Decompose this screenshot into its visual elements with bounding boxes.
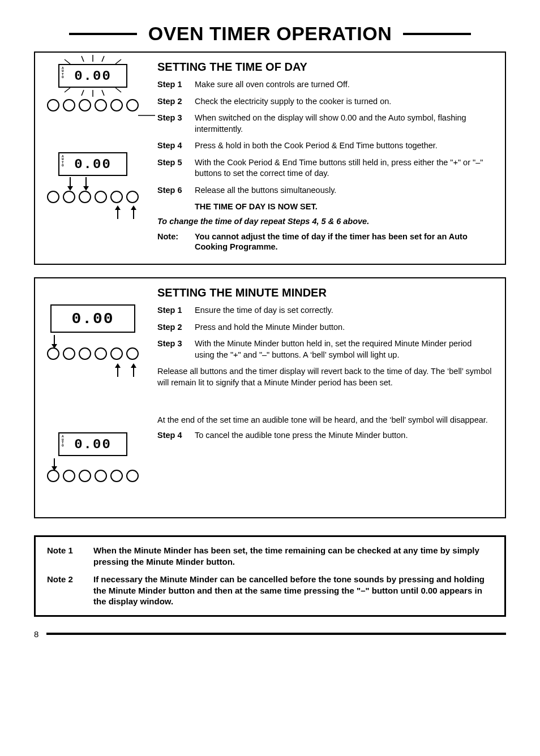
button-row <box>42 191 144 203</box>
timer-button[interactable] <box>63 99 75 111</box>
step-label: Step 2 <box>157 96 195 108</box>
timer-button[interactable] <box>126 99 139 111</box>
timer-button[interactable] <box>79 470 91 482</box>
timer-button[interactable] <box>110 470 123 482</box>
display-value: 0.00 <box>74 157 112 172</box>
step-label: Step 4 <box>157 140 195 152</box>
step-row: Step 1 Make sure all oven controls are t… <box>157 79 492 91</box>
end-time-button[interactable] <box>79 191 91 203</box>
content-column-2: SETTING THE MINUTE MINDER Step 1 Ensure … <box>157 286 492 506</box>
step-row: Step 2 Check the electricity supply to t… <box>157 96 492 108</box>
section-heading: SETTING THE TIME OF DAY <box>157 61 492 74</box>
note-label: Note 1 <box>47 545 84 567</box>
step-text: Check the electricity supply to the cook… <box>195 96 492 108</box>
title-rule-left <box>69 33 137 35</box>
page-footer: 8 <box>34 629 506 639</box>
step-label: Step 5 <box>157 157 195 179</box>
note-row: Note: You cannot adjust the time of day … <box>157 231 492 253</box>
minute-minder-button[interactable] <box>47 347 59 360</box>
note-row: Note 1 When the Minute Minder has been s… <box>47 545 493 567</box>
plus-button[interactable] <box>126 347 139 360</box>
section-minute-minder: 0.00 <box>34 277 506 518</box>
step-row: Step 4 Press & hold in both the Cook Per… <box>157 140 492 152</box>
timer-display: 0.00 <box>50 304 135 333</box>
step-row: Step 3 With the Minute Minder button hel… <box>157 338 492 360</box>
svg-line-0 <box>65 59 70 64</box>
timer-button[interactable] <box>47 99 59 111</box>
timer-display: A U T O 0.00 <box>58 64 127 88</box>
footer-rule <box>46 633 506 635</box>
svg-marker-24 <box>131 363 136 368</box>
step-row: Step 5 With the Cook Period & End Time b… <box>157 157 492 179</box>
step-text: With the Minute Minder button held in, s… <box>195 338 492 360</box>
svg-marker-18 <box>131 205 136 210</box>
minute-minder-button[interactable] <box>47 470 59 482</box>
timer-button[interactable] <box>95 470 107 482</box>
timer-button[interactable] <box>47 191 59 203</box>
diagram-column-1: A U T O 0.00 <box>42 61 149 252</box>
button-row <box>42 99 144 111</box>
step-label: Step 2 <box>157 322 195 333</box>
timer-button[interactable] <box>79 347 91 360</box>
step-row: Step 6 Release all the buttons simultane… <box>157 185 492 196</box>
end-paragraph: At the end of the set time an audible to… <box>157 415 492 426</box>
step-row: Step 1 Ensure the time of day is set cor… <box>157 305 492 316</box>
step-text: Press & hold in both the Cook Period & E… <box>195 140 492 152</box>
step-label: Step 1 <box>157 79 195 91</box>
diagram-minute-minder-set: 0.00 <box>42 304 144 395</box>
svg-line-6 <box>82 90 84 96</box>
step-text: Press and hold the Minute Minder button. <box>195 322 492 333</box>
timer-button[interactable] <box>95 347 107 360</box>
minus-button[interactable] <box>110 191 123 203</box>
step-text: Release all the buttons simultaneously. <box>195 185 492 196</box>
confirmation-text: THE TIME OF DAY IS NOW SET. <box>195 202 492 211</box>
svg-marker-14 <box>83 186 89 191</box>
timer-display: A U T O 0.00 <box>58 432 127 456</box>
note-text: When the Minute Minder has been set, the… <box>93 545 493 567</box>
auto-indicator: A U T O <box>62 435 64 448</box>
timer-button[interactable] <box>79 99 91 111</box>
step-text: With the Cook Period & End Time buttons … <box>195 157 492 179</box>
diagram-column-2: 0.00 <box>42 286 149 506</box>
step-row: Step 4 To cancel the audible tone press … <box>157 430 492 441</box>
display-value: 0.00 <box>74 437 112 452</box>
note-text: If necessary the Minute Minder can be ca… <box>93 574 493 607</box>
step-row: Step 3 When switched on the display will… <box>157 113 492 135</box>
timer-button[interactable] <box>95 191 107 203</box>
change-instruction: To change the time of day repeat Steps 4… <box>157 217 492 226</box>
diagram-flashing-display: A U T O 0.00 <box>42 64 144 132</box>
timer-button[interactable] <box>110 99 123 111</box>
step-text: To cancel the audible tone press the Min… <box>195 430 492 441</box>
svg-marker-16 <box>115 205 121 210</box>
note-label: Note 2 <box>47 574 84 607</box>
note-row: Note 2 If necessary the Minute Minder ca… <box>47 574 493 607</box>
note-label: Note: <box>157 231 195 253</box>
timer-button[interactable] <box>63 347 75 360</box>
step-label: Step 4 <box>157 430 195 441</box>
page-title: OVEN TIMER OPERATION <box>148 23 392 45</box>
svg-marker-22 <box>115 363 121 368</box>
timer-button[interactable] <box>95 99 107 111</box>
content-column-1: SETTING THE TIME OF DAY Step 1 Make sure… <box>157 61 492 252</box>
page-title-row: OVEN TIMER OPERATION <box>34 23 506 45</box>
plus-button[interactable] <box>126 191 139 203</box>
step-text: Ensure the time of day is set correctly. <box>195 305 492 316</box>
step-label: Step 6 <box>157 185 195 196</box>
step-text: Make sure all oven controls are turned O… <box>195 79 492 91</box>
svg-line-4 <box>115 59 121 64</box>
section-time-of-day: A U T O 0.00 <box>34 51 506 265</box>
timer-button[interactable] <box>63 470 75 482</box>
diagram-set-time: A U T O 0.00 <box>42 152 144 237</box>
cook-period-button[interactable] <box>63 191 75 203</box>
display-value: 0.00 <box>71 310 114 328</box>
minus-button[interactable] <box>110 347 123 360</box>
timer-display: A U T O 0.00 <box>58 152 127 176</box>
diagram-minute-minder-cancel: A U T O 0.00 <box>42 432 144 506</box>
leader-line-icon <box>138 115 155 116</box>
button-row <box>42 470 144 482</box>
svg-line-8 <box>102 90 104 96</box>
display-value: 0.00 <box>74 68 112 84</box>
timer-button[interactable] <box>126 470 139 482</box>
button-row <box>42 347 144 360</box>
svg-line-1 <box>82 56 84 62</box>
